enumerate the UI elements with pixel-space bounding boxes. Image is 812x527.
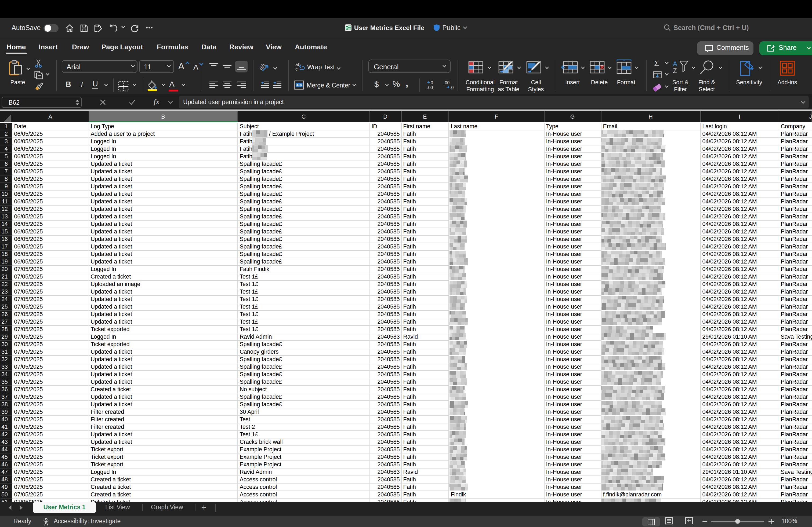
- svg-text:.0: .0: [450, 85, 453, 90]
- svg-text:.00: .00: [427, 85, 433, 90]
- svg-text:0: 0: [431, 80, 433, 85]
- svg-text:A: A: [673, 60, 677, 67]
- svg-text:.00: .00: [444, 80, 450, 85]
- svg-text:c: c: [295, 66, 298, 72]
- svg-text:Z: Z: [673, 67, 677, 74]
- svg-text:x: x: [346, 26, 348, 30]
